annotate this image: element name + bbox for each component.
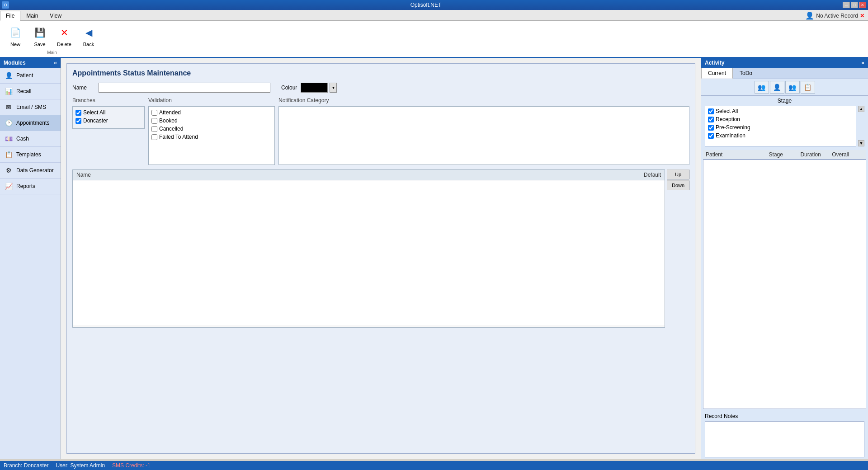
new-button[interactable]: 📄 New (4, 23, 27, 49)
close-record-button[interactable]: ✕ (860, 13, 864, 19)
sidebar-item-recall[interactable]: 📊 Recall (0, 84, 61, 99)
restore-button[interactable]: □ (851, 2, 858, 8)
minimize-button[interactable]: ─ (843, 2, 850, 8)
name-label: Name (72, 85, 95, 91)
validation-booked-row: Booked (151, 118, 272, 124)
status-bar: Branch: Doncaster User: System Admin SMS… (0, 461, 868, 470)
stage-section: Stage Select All Reception P (701, 96, 868, 148)
ribbon-body: 📄 New 💾 Save ✕ Delete ◀ Back Main (0, 21, 868, 58)
main-layout: Modules « 👤 Patient 📊 Recall ✉ Email / S… (0, 58, 868, 459)
branches-label: Branches (72, 97, 145, 103)
stage-scroll-down[interactable]: ▼ (858, 140, 864, 146)
reports-icon: 📈 (4, 181, 14, 191)
stage-examination-item: Examination (706, 132, 855, 140)
activity-header: Activity » (701, 58, 868, 68)
sidebar-item-patient[interactable]: 👤 Patient (0, 68, 61, 84)
stage-select-all-checkbox[interactable] (708, 108, 714, 114)
tab-view[interactable]: View (44, 11, 67, 20)
back-label: Back (83, 42, 94, 47)
activity-main-area: Current ToDo 👥 👤 👥 📋 Stage Select All (701, 68, 868, 459)
patient-icon: 👤 (4, 70, 14, 80)
activity-icon-btn-2[interactable]: 👤 (770, 81, 784, 94)
sidebar-collapse-icon[interactable]: « (54, 60, 57, 66)
stage-list[interactable]: Select All Reception Pre-Screening (705, 106, 856, 146)
save-icon: 💾 (32, 24, 48, 41)
tab-file[interactable]: File (0, 11, 20, 21)
activity-icon-bar: 👥 👤 👥 📋 (701, 79, 868, 96)
ribbon-buttons: 📄 New 💾 Save ✕ Delete ◀ Back (4, 23, 100, 49)
up-button[interactable]: Up (667, 169, 689, 179)
record-notes-body[interactable] (705, 421, 864, 457)
colour-dropdown-button[interactable]: ▼ (330, 83, 337, 93)
back-icon: ◀ (80, 24, 97, 41)
close-button[interactable]: ✕ (859, 2, 866, 8)
app-icon: O (2, 1, 9, 9)
stage-prescreening-checkbox[interactable] (708, 125, 714, 131)
stage-reception-checkbox[interactable] (708, 117, 714, 122)
status-user: User: System Admin (56, 462, 105, 469)
colour-label: Colour (281, 85, 297, 91)
activity-col-overall: Overall (832, 151, 863, 158)
activity-icon-btn-1[interactable]: 👥 (755, 81, 769, 94)
validation-failed-to-attend-checkbox[interactable] (151, 134, 157, 140)
new-label: New (10, 42, 20, 47)
sidebar-item-data-generator[interactable]: ⚙ Data Generator (0, 163, 61, 179)
activity-icon-btn-4[interactable]: 📋 (801, 81, 815, 94)
sidebar-item-cash[interactable]: 💷 Cash (0, 131, 61, 147)
no-active-record: 👤 No Active Record ✕ (805, 11, 864, 20)
status-sms-credits: SMS Credits: -1 (112, 462, 151, 469)
validation-cancelled-checkbox[interactable] (151, 126, 157, 132)
delete-label: Delete (57, 42, 71, 47)
activity-icon-btn-3[interactable]: 👥 (785, 81, 800, 94)
activity-tab-todo[interactable]: ToDo (733, 68, 759, 79)
stage-label: Stage (705, 98, 864, 104)
stage-scroll-up[interactable]: ▲ (858, 106, 864, 112)
activity-tabs: Current ToDo (701, 68, 868, 79)
sidebar-header: Modules « (0, 58, 61, 68)
branch-doncaster-checkbox[interactable] (75, 118, 81, 124)
activity-panel: Activity » Current ToDo 👥 👤 👥 📋 Stage (701, 58, 868, 459)
appointments-icon: 🕐 (4, 118, 14, 128)
sidebar-item-templates[interactable]: 📋 Templates (0, 147, 61, 163)
validation-failed-to-attend-row: Failed To Attend (151, 134, 272, 140)
activity-expand-icon[interactable]: » (861, 60, 864, 66)
validation-booked-checkbox[interactable] (151, 118, 157, 124)
branch-select-all-checkbox[interactable] (75, 110, 81, 116)
activity-content-area: Patient Stage Duration Overall (701, 148, 868, 411)
table-col-name: Name (76, 172, 91, 178)
colour-swatch[interactable] (301, 83, 328, 93)
name-input[interactable] (99, 83, 270, 93)
record-notes-section: Record Notes (701, 411, 868, 459)
tab-main[interactable]: Main (20, 11, 44, 20)
validation-attended-row: Attended (151, 109, 272, 116)
stage-reception-item: Reception (706, 115, 855, 123)
down-button[interactable]: Down (667, 180, 689, 190)
sidebar-item-appointments[interactable]: 🕐 Appointments (0, 115, 61, 131)
table-buttons: Up Down (667, 169, 689, 328)
title-bar: O Optisoft.NET ─ □ ✕ (0, 0, 868, 10)
sidebar-item-email-sms[interactable]: ✉ Email / SMS (0, 99, 61, 115)
activity-table-header: Patient Stage Duration Overall (703, 150, 866, 160)
back-button[interactable]: ◀ Back (77, 23, 100, 49)
activity-table-body (703, 160, 866, 409)
delete-button[interactable]: ✕ Delete (52, 23, 76, 49)
stage-examination-checkbox[interactable] (708, 133, 714, 139)
sidebar-item-reports[interactable]: 📈 Reports (0, 179, 61, 194)
branches-validation-row: Branches Select All Doncaster Validation (72, 97, 689, 165)
notification-panel (278, 106, 689, 165)
notification-label: Notification Category (278, 97, 689, 103)
save-label: Save (34, 42, 45, 47)
new-icon: 📄 (7, 24, 24, 41)
data-generator-icon: ⚙ (4, 165, 14, 175)
activity-col-duration: Duration (800, 151, 832, 158)
stage-prescreening-item: Pre-Screening (706, 123, 855, 132)
ribbon-tabs: File Main View 👤 No Active Record ✕ (0, 10, 868, 21)
table-area: Name Default Up Down (72, 169, 689, 328)
ribbon-group-label: Main (4, 49, 100, 55)
recall-icon: 📊 (4, 86, 14, 96)
activity-tab-current[interactable]: Current (701, 68, 733, 79)
main-panel: Appointments Status Maintenance Name Col… (66, 63, 695, 454)
activity-col-stage: Stage (769, 151, 801, 158)
validation-attended-checkbox[interactable] (151, 110, 157, 116)
save-button[interactable]: 💾 Save (28, 23, 52, 49)
